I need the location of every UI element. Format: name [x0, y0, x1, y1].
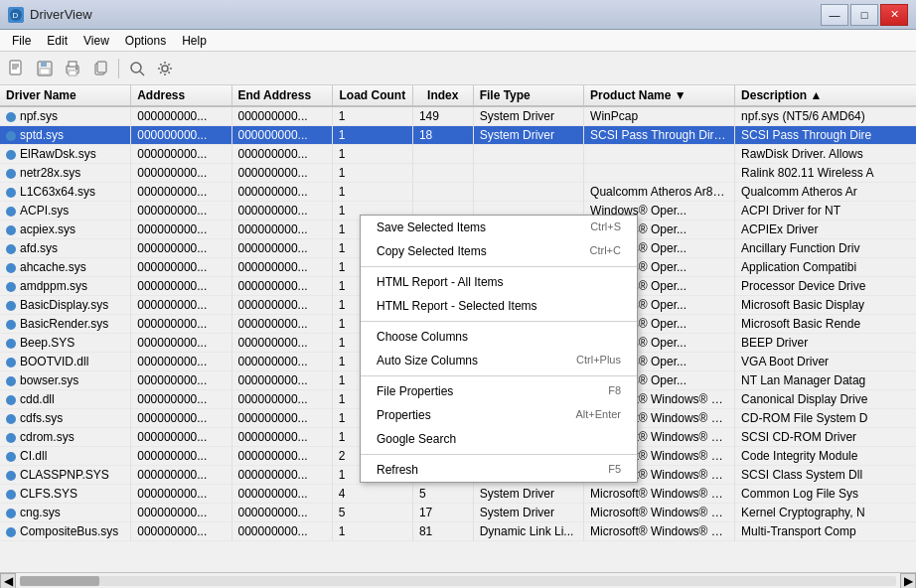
table-cell: 000000000...	[231, 277, 332, 296]
table-cell: cng.sys	[0, 504, 131, 522]
driver-status-icon	[6, 320, 16, 330]
table-cell: BasicDisplay.sys	[0, 296, 131, 315]
table-cell: 1	[332, 106, 412, 126]
table-cell: 000000000...	[131, 522, 231, 541]
svg-point-17	[162, 66, 168, 72]
context-menu-item[interactable]: RefreshF5	[361, 458, 637, 482]
toolbar-separator	[118, 59, 119, 78]
context-menu-item-label: Properties	[377, 408, 431, 422]
svg-point-15	[131, 63, 141, 73]
table-cell: 000000000...	[231, 409, 332, 428]
col-header-end-address[interactable]: End Address	[231, 85, 332, 106]
context-menu-item[interactable]: Copy Selected ItemsCtrl+C	[361, 239, 637, 263]
svg-rect-11	[69, 71, 76, 75]
table-cell	[412, 164, 473, 183]
context-menu-item[interactable]: Save Selected ItemsCtrl+S	[361, 216, 637, 239]
col-header-address[interactable]: Address	[131, 85, 231, 106]
table-row[interactable]: CLFS.SYS000000000...000000000...45System…	[0, 485, 916, 504]
table-cell: ACPI.sys	[0, 202, 131, 220]
col-header-file-type[interactable]: File Type	[473, 85, 583, 106]
col-header-name[interactable]: Driver Name	[0, 85, 131, 106]
table-cell: npf.sys	[0, 106, 131, 126]
col-header-description[interactable]: Description ▲	[735, 85, 916, 106]
table-cell: CompositeBus.sys	[0, 522, 131, 541]
table-cell: 000000000...	[231, 106, 332, 126]
menu-view[interactable]: View	[76, 32, 117, 50]
table-cell: Ralink 802.11 Wireless A	[735, 164, 916, 183]
context-menu-item[interactable]: HTML Report - Selected Items	[361, 294, 637, 318]
driver-status-icon	[6, 395, 16, 405]
menu-edit[interactable]: Edit	[39, 32, 76, 50]
scroll-thumb[interactable]	[20, 576, 99, 586]
table-row[interactable]: cng.sys000000000...000000000...517System…	[0, 504, 916, 522]
table-cell: 1	[332, 145, 412, 164]
table-cell: 000000000...	[231, 258, 332, 277]
table-row[interactable]: sptd.sys000000000...000000000...118Syste…	[0, 126, 916, 145]
context-menu-item[interactable]: Choose Columns	[361, 325, 637, 349]
horizontal-scrollbar[interactable]: ◀ ▶	[0, 572, 916, 588]
driver-status-icon	[6, 282, 16, 292]
scroll-track[interactable]	[20, 576, 896, 586]
table-cell: 000000000...	[131, 183, 231, 202]
table-row[interactable]: npf.sys000000000...000000000...1149Syste…	[0, 106, 916, 126]
driver-status-icon	[6, 414, 16, 424]
toolbar-print[interactable]	[60, 56, 85, 81]
table-cell: VGA Boot Driver	[735, 353, 916, 371]
menu-help[interactable]: Help	[174, 32, 215, 50]
table-cell: 000000000...	[131, 504, 231, 522]
table-cell: BEEP Driver	[735, 334, 916, 353]
context-menu-item[interactable]: Auto Size ColumnsCtrl+Plus	[361, 349, 637, 372]
context-menu-separator	[361, 454, 637, 455]
table-cell: 000000000...	[131, 428, 231, 447]
col-header-product-name[interactable]: Product Name ▼	[584, 85, 735, 106]
table-cell: CLFS.SYS	[0, 485, 131, 504]
titlebar: D DriverView — □ ✕	[0, 0, 916, 30]
driver-status-icon	[6, 244, 16, 254]
window-title: DriverView	[30, 7, 92, 22]
col-header-index[interactable]: Index	[412, 85, 473, 106]
table-cell: Processor Device Drive	[735, 277, 916, 296]
context-menu-item[interactable]: PropertiesAlt+Enter	[361, 403, 637, 427]
menu-file[interactable]: File	[4, 32, 39, 50]
table-cell: Microsoft Basic Display	[735, 296, 916, 315]
table-cell: SCSI Pass Through Direct	[584, 126, 735, 145]
table-cell: amdppm.sys	[0, 277, 131, 296]
toolbar-save[interactable]	[32, 56, 58, 81]
context-menu-item-label: File Properties	[377, 384, 453, 398]
table-row[interactable]: CompositeBus.sys000000000...000000000...…	[0, 522, 916, 541]
table-cell: 000000000...	[231, 371, 332, 390]
scroll-right-btn[interactable]: ▶	[900, 573, 916, 589]
driver-status-icon	[6, 169, 16, 179]
table-row[interactable]: L1C63x64.sys000000000...000000000...1Qua…	[0, 183, 916, 202]
context-menu-shortcut: Ctrl+Plus	[576, 354, 621, 368]
table-cell: Qualcomm Atheros Ar	[735, 183, 916, 202]
driver-status-icon	[6, 509, 16, 518]
table-cell: cdd.dll	[0, 390, 131, 409]
driver-status-icon	[6, 150, 16, 160]
table-cell: Qualcomm Atheros Ar81xx ser...	[584, 183, 735, 202]
minimize-button[interactable]: —	[821, 4, 848, 26]
toolbar-search[interactable]	[124, 56, 150, 81]
table-cell	[473, 164, 583, 183]
maximize-button[interactable]: □	[850, 4, 878, 26]
toolbar-settings[interactable]	[152, 56, 178, 81]
table-cell: Beep.SYS	[0, 334, 131, 353]
table-cell: System Driver	[473, 126, 583, 145]
col-header-load-count[interactable]: Load Count	[332, 85, 412, 106]
context-menu-item[interactable]: Google Search	[361, 427, 637, 451]
menu-options[interactable]: Options	[117, 32, 174, 50]
context-menu-item[interactable]: HTML Report - All Items	[361, 270, 637, 294]
table-cell: WinPcap	[584, 106, 735, 126]
table-cell: ahcache.sys	[0, 258, 131, 277]
table-row[interactable]: ElRawDsk.sys000000000...000000000...1Raw…	[0, 145, 916, 164]
table-cell: ACPIEx Driver	[735, 220, 916, 239]
context-menu-item[interactable]: File PropertiesF8	[361, 379, 637, 403]
close-button[interactable]: ✕	[880, 4, 908, 26]
scroll-left-btn[interactable]: ◀	[0, 573, 16, 589]
titlebar-left: D DriverView	[8, 7, 92, 23]
table-row[interactable]: netr28x.sys000000000...000000000...1Rali…	[0, 164, 916, 183]
toolbar-new[interactable]	[4, 56, 30, 81]
toolbar	[0, 52, 916, 85]
table-cell: Microsoft® Windows® Oper...	[584, 522, 735, 541]
toolbar-copy[interactable]	[87, 56, 113, 81]
